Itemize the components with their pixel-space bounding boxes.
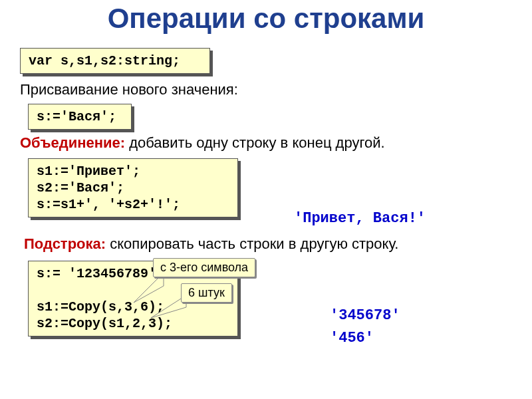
callout-from-char: с 3-его символа [153,258,255,277]
output-copy2: '456' [330,330,374,346]
code-var-decl: var s,s1,s2:string; [20,48,210,74]
label-substr: Подстрока: скопировать часть строки в др… [24,235,398,253]
code-assign: s:='Вася'; [28,104,132,130]
output-concat: 'Привет, Вася!' [294,210,426,227]
label-concat-rest: добавить одну строку в конец другой. [125,134,385,151]
label-assign: Присваивание нового значения: [20,81,238,98]
callout-count: 6 штук [181,283,232,303]
label-concat: Объединение: добавить одну строку в коне… [20,134,385,152]
label-concat-bold: Объединение: [20,134,125,151]
output-copy1: '345678' [330,307,400,324]
label-substr-bold: Подстрока: [24,235,106,252]
slide-title: Операции со строками [0,3,532,35]
code-concat: s1:='Привет'; s2:='Вася'; s:=s1+', '+s2+… [28,158,238,217]
label-substr-rest: скопировать часть строки в другую строку… [106,235,398,252]
